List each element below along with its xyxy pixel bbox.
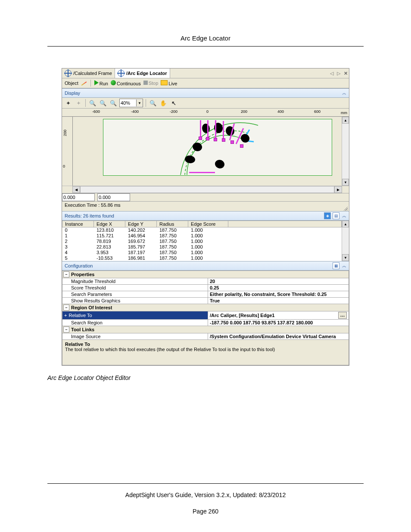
display-header[interactable]: Display ︽ [62,88,349,98]
prop-magnitude[interactable]: Magnitude Threshold 20 [62,278,349,285]
ellipsis-button[interactable]: … [338,312,347,319]
table-row[interactable]: 322.813185.797187.7501.000 [62,244,342,250]
page-title: Arc Edge Locator [47,34,364,42]
col-score[interactable]: Edge Score [188,221,228,227]
pan-icon[interactable]: ✋ [159,99,168,107]
prop-key: Search Parameters [62,291,208,297]
wand-icon[interactable] [81,80,87,86]
scroll-left-icon[interactable]: ◀ [72,186,80,193]
table-row[interactable]: 1115.721146.954187.7501.000 [62,233,342,239]
prop-key: + Relative To [62,311,208,319]
stop-button[interactable]: Stop [143,81,159,86]
zoom-out-icon[interactable]: 🔍 [99,99,107,107]
results-view2-icon[interactable]: ▤ [333,212,339,219]
col-edgex[interactable]: Edge X [94,221,125,227]
group-label: Properties [71,272,94,277]
tick-label: 200 [63,130,67,136]
zoom-combo[interactable]: ▼ [119,99,143,107]
results-view1-icon[interactable]: ◈ [324,212,331,219]
horizontal-scrollbar[interactable]: ◀ ▶ [62,186,349,193]
canvas[interactable] [73,117,342,186]
scroll-down-icon[interactable]: ▼ [342,254,349,261]
prop-image-source[interactable]: Image Source /System Configuration/Emula… [62,333,349,340]
prop-value[interactable]: 0.25 [208,285,349,291]
prop-value[interactable]: Either polarity, No constraint, Score Th… [208,291,349,297]
prop-key: Score Threshold [62,285,208,291]
prop-value[interactable]: /System Configuration/Emulation Device V… [208,333,349,339]
prop-score-threshold[interactable]: Score Threshold 0.25 [62,285,349,291]
play-icon [94,80,99,85]
vertical-scrollbar[interactable]: ▲ ▼ [342,117,349,186]
collapse-box-icon[interactable]: − [63,271,69,277]
zoom-input[interactable] [120,100,136,106]
resize-grip-icon[interactable] [342,205,348,211]
collapse-box-icon[interactable]: − [63,327,69,333]
prop-value[interactable]: /Arc Caliper, [Results] Edge1 … [208,311,349,319]
coord-y-input[interactable] [97,193,130,201]
table-row[interactable]: 278.819169.672187.7501.000 [62,239,342,244]
zoom-fit-icon[interactable]: 🔍 [109,99,118,107]
prop-key: Magnitude Threshold [62,278,208,284]
col-edgey[interactable]: Edge Y [125,221,157,227]
nav-next-icon[interactable]: ▷ [335,71,342,76]
crumb-label: /Calculated Frame [73,71,112,76]
coord-x-input[interactable] [62,193,95,201]
prop-show-results[interactable]: Show Results Graphics True [62,298,349,304]
prop-search-region[interactable]: Search Region -187.750 0.000 187.750 93.… [62,320,349,326]
prop-relative-to[interactable]: + Relative To /Arc Caliper, [Results] Ed… [62,311,349,320]
zoom-region-icon[interactable]: 🔍 [149,99,157,107]
results-header[interactable]: Results: 26 items found ◈ ▤ ︽ [62,211,349,221]
close-icon[interactable]: ✕ [342,71,349,76]
results-table: Instance Edge X Edge Y Radius Edge Score… [62,221,342,261]
crosshair-icon[interactable]: ＋ [74,99,83,107]
nav-prev-icon[interactable]: ◁ [328,71,335,76]
crumb-calculated-frame[interactable]: /Calculated Frame [62,68,115,78]
table-row[interactable]: 0123.810140.202187.7501.000 [62,227,342,233]
desc-body: The tool relative to which this tool exe… [65,347,346,352]
scroll-up-icon[interactable]: ▲ [342,117,349,124]
figure-caption: Arc Edge Locator Object Editor [47,374,364,381]
run-button[interactable]: Run [94,80,108,86]
exec-time-row: Execution Time : 55.86 ms [62,201,349,211]
live-button[interactable]: Live [161,80,177,86]
collapse-icon[interactable]: ︽ [342,90,346,96]
scroll-down-icon[interactable]: ▼ [342,179,349,186]
canvas-area: 200 0 [62,117,349,186]
table-row[interactable]: 43.953187.197187.7501.000 [62,250,342,255]
page-number: Page 260 [0,508,411,515]
zoom-in-icon[interactable]: 🔍 [88,99,97,107]
group-roi[interactable]: − Region Of Interest [62,304,349,311]
stop-icon [143,81,148,85]
col-radius[interactable]: Radius [157,221,188,227]
breadcrumb: /Calculated Frame /Arc Edge Locator ◁ ▷ … [62,68,349,78]
results-scrollbar[interactable]: ▲ ▼ [342,221,349,261]
pointer-icon[interactable]: ↖ [169,99,178,107]
chevron-down-icon[interactable]: ▼ [136,100,143,106]
crumb-label: /Arc Edge Locator [126,71,167,76]
col-instance[interactable]: Instance [62,221,94,227]
collapse-icon[interactable]: ︽ [342,263,346,269]
coord-row [62,193,349,201]
results-table-wrap: Instance Edge X Edge Y Radius Edge Score… [62,221,349,261]
prop-value[interactable]: True [208,298,349,304]
group-properties[interactable]: − Properties [62,271,349,278]
prop-value[interactable]: 20 [208,278,349,284]
ruler-vertical: 200 0 [62,117,73,186]
config-view-icon[interactable]: ▦ [333,262,339,269]
table-row[interactable]: 5-10.553186.981187.7501.000 [62,255,342,261]
scroll-up-icon[interactable]: ▲ [342,221,349,227]
tools-icon[interactable]: ✦ [64,99,72,107]
crumb-arc-edge-locator[interactable]: /Arc Edge Locator [115,68,170,78]
collapse-icon[interactable]: ︽ [342,213,346,219]
scroll-right-icon[interactable]: ▶ [334,186,342,193]
expand-box-icon[interactable]: + [64,313,67,318]
prop-search-params[interactable]: Search Parameters Either polarity, No co… [62,291,349,298]
col-spacer [228,221,342,227]
continuous-button[interactable]: Continuous [111,80,141,86]
configuration-header[interactable]: Configuration ▦ ︽ [62,261,349,271]
display-label: Display [65,90,80,96]
group-tool-links[interactable]: − Tool Links [62,326,349,333]
prop-value[interactable]: -187.750 0.000 187.750 93.875 137.872 18… [208,320,349,326]
run-toolbar: Object Run Continuous Stop Live [62,78,349,88]
collapse-box-icon[interactable]: − [63,305,69,311]
